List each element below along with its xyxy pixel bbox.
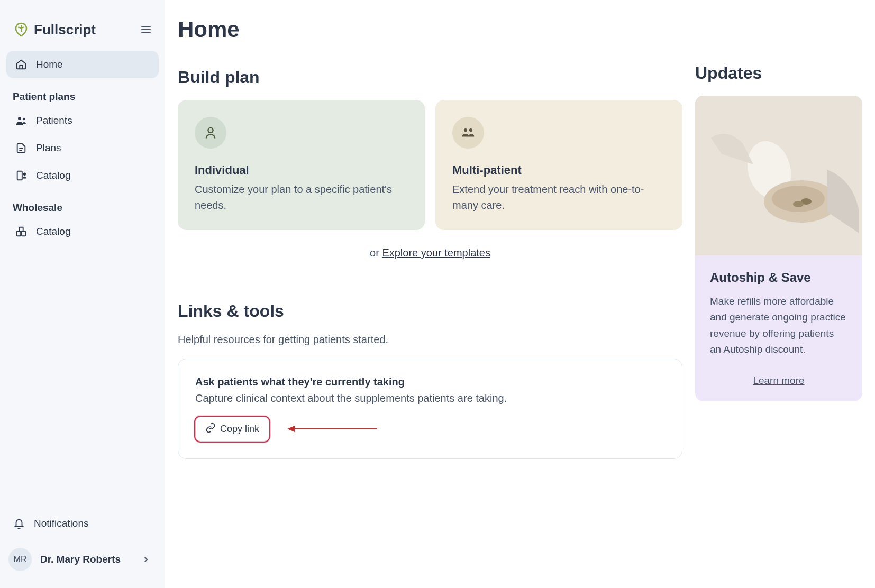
svg-rect-11 <box>19 227 23 231</box>
svg-point-20 <box>772 186 825 212</box>
catalog-icon <box>15 169 28 182</box>
plan-card-title: Individual <box>195 163 408 177</box>
sidebar-item-label: Catalog <box>36 226 71 237</box>
logo-text: Fullscript <box>34 22 96 38</box>
sidebar-item-catalog[interactable]: Catalog <box>6 162 159 189</box>
svg-point-14 <box>469 128 472 132</box>
tool-card-desc: Capture clinical context about the suppl… <box>195 390 665 406</box>
plans-icon <box>15 142 28 154</box>
sidebar-item-notifications[interactable]: Notifications <box>6 510 159 537</box>
svg-point-4 <box>23 118 25 120</box>
svg-point-12 <box>208 128 213 133</box>
copy-link-label: Copy link <box>220 424 259 435</box>
templates-prefix: or <box>370 247 382 259</box>
svg-rect-10 <box>22 231 25 236</box>
sidebar-header: Fullscript <box>6 13 159 51</box>
tool-card-ask-patients: Ask patients what they're currently taki… <box>178 359 682 459</box>
sidebar-section-wholesale: Wholesale <box>6 189 159 218</box>
svg-marker-16 <box>287 426 295 432</box>
tool-card-title: Ask patients what they're currently taki… <box>195 376 665 388</box>
sidebar-user[interactable]: MR Dr. Mary Roberts <box>6 537 159 575</box>
svg-rect-7 <box>17 171 22 180</box>
sidebar-item-patients[interactable]: Patients <box>6 107 159 134</box>
annotation-arrow-icon <box>287 424 377 436</box>
plan-card-desc: Extend your treatment reach with one-to-… <box>452 181 666 213</box>
user-name: Dr. Mary Roberts <box>40 554 131 565</box>
plan-card-desc: Customize your plan to a specific patien… <box>195 181 408 213</box>
copy-link-button[interactable]: Copy link <box>195 417 269 442</box>
bell-icon <box>13 517 25 530</box>
templates-row: or Explore your templates <box>178 247 682 259</box>
updates-title: Updates <box>695 63 862 83</box>
sidebar: Fullscript Home Patient plans <box>0 0 165 588</box>
patients-icon <box>15 114 28 127</box>
build-plan-cards: Individual Customize your plan to a spec… <box>178 100 682 230</box>
plan-card-multi[interactable]: Multi-patient Extend your treatment reac… <box>435 100 682 230</box>
avatar: MR <box>8 548 32 571</box>
sidebar-item-label: Plans <box>36 142 61 154</box>
sidebar-item-home[interactable]: Home <box>6 51 159 78</box>
links-tools-subtitle: Helpful resources for getting patients s… <box>178 334 682 346</box>
sidebar-item-plans[interactable]: Plans <box>6 134 159 162</box>
link-icon <box>205 422 216 436</box>
svg-point-22 <box>793 201 804 207</box>
sidebar-item-label: Catalog <box>36 170 71 181</box>
sidebar-item-label: Patients <box>36 115 72 126</box>
multi-patient-icon <box>452 117 484 149</box>
svg-rect-9 <box>17 231 21 236</box>
page-title: Home <box>178 17 682 42</box>
update-image <box>695 96 862 255</box>
update-card-desc: Make refills more affordable and generat… <box>710 293 847 358</box>
build-plan-title: Build plan <box>178 68 682 87</box>
sidebar-item-label: Home <box>36 59 63 70</box>
update-card-autoship: Autoship & Save Make refills more afford… <box>695 96 862 401</box>
explore-templates-link[interactable]: Explore your templates <box>382 247 490 259</box>
svg-point-3 <box>18 117 21 120</box>
logo[interactable]: Fullscript <box>13 21 96 38</box>
links-tools-title: Links & tools <box>178 301 682 321</box>
plan-card-individual[interactable]: Individual Customize your plan to a spec… <box>178 100 425 230</box>
svg-point-13 <box>464 128 467 132</box>
sidebar-item-wholesale-catalog[interactable]: Catalog <box>6 218 159 245</box>
sidebar-section-patient-plans: Patient plans <box>6 78 159 107</box>
chevron-right-icon <box>140 553 152 566</box>
main-content: Home Build plan Individual Customize you… <box>165 0 875 588</box>
plan-card-title: Multi-patient <box>452 163 666 177</box>
learn-more-link[interactable]: Learn more <box>710 375 847 387</box>
logo-icon <box>13 21 30 38</box>
menu-toggle-icon[interactable] <box>140 23 152 36</box>
sidebar-item-label: Notifications <box>34 518 89 529</box>
update-card-title: Autoship & Save <box>710 270 847 285</box>
home-icon <box>15 58 28 71</box>
individual-icon <box>195 117 226 149</box>
updates-column: Updates Autoship & Save Make refills mor… <box>695 17 862 571</box>
wholesale-catalog-icon <box>15 225 28 238</box>
svg-point-8 <box>24 173 26 175</box>
